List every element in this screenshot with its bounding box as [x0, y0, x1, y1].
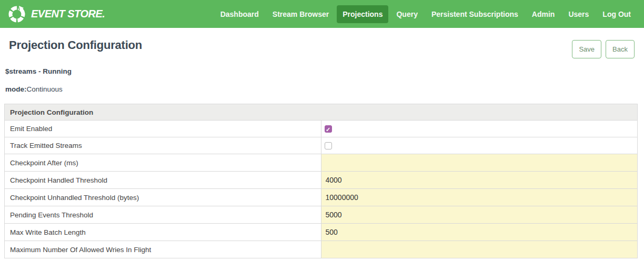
table-row: Checkpoint After (ms)	[5, 154, 638, 172]
config-table-body: Emit Enabled ✓ Track Emitted Streams Che…	[5, 121, 638, 258]
config-row-value	[321, 206, 638, 224]
nav-item-stream-browser[interactable]: Stream Browser	[267, 5, 335, 23]
checkpoint-after-ms-input[interactable]	[321, 154, 638, 171]
config-row-label: Checkpoint After (ms)	[5, 154, 321, 172]
config-row-value	[321, 224, 638, 241]
top-navbar: EVENT STORE. DashboardStream BrowserProj…	[0, 0, 644, 28]
config-row-label: Track Emitted Streams	[5, 137, 321, 154]
table-row: Maximum Number Of Allowed Wries In Fligh…	[5, 241, 638, 258]
config-row-label: Pending Events Threshold	[5, 206, 321, 224]
table-row: Checkpoint Handled Threshold	[5, 172, 638, 189]
config-row-label: Checkpoint Unhandled Threshold (bytes)	[5, 189, 321, 206]
projection-status: $streams - Running	[0, 58, 644, 75]
projection-mode: mode:Continuous	[0, 75, 644, 93]
config-row-label: Emit Enabled	[5, 121, 321, 137]
checkpoint-handled-threshold-input[interactable]	[321, 172, 638, 188]
header-actions: Save Back	[572, 40, 635, 58]
config-row-value: ✓	[321, 121, 638, 137]
mode-label: mode:	[5, 85, 27, 93]
config-row-value	[321, 154, 638, 172]
back-button[interactable]: Back	[606, 40, 635, 58]
nav-item-persistent-subscriptions[interactable]: Persistent Subscriptions	[426, 5, 524, 23]
config-row-value	[321, 137, 638, 154]
pending-events-threshold-input[interactable]	[321, 206, 638, 223]
config-row-value	[321, 172, 638, 189]
config-table-header: Projection Configuration	[5, 104, 638, 121]
nav-item-admin[interactable]: Admin	[526, 5, 561, 23]
config-row-label: Checkpoint Handled Threshold	[5, 172, 321, 189]
brand[interactable]: EVENT STORE.	[7, 5, 105, 24]
config-row-label: Maximum Number Of Allowed Wries In Fligh…	[5, 241, 321, 258]
nav-item-projections[interactable]: Projections	[337, 5, 388, 23]
projection-config-table: Projection Configuration Emit Enabled ✓ …	[4, 104, 638, 258]
config-row-value	[321, 241, 638, 258]
table-row: Max Write Batch Length	[5, 224, 638, 241]
table-row: Checkpoint Unhandled Threshold (bytes)	[5, 189, 638, 206]
config-row-value	[321, 189, 638, 206]
nav-menu: DashboardStream BrowserProjectionsQueryP…	[215, 5, 637, 23]
max-write-batch-length-input[interactable]	[321, 224, 638, 241]
brand-title: EVENT STORE.	[31, 8, 105, 20]
save-button[interactable]: Save	[572, 40, 601, 58]
emit-enabled-checkbox[interactable]: ✓	[325, 125, 332, 133]
page-title: Projection Configuration	[9, 38, 142, 52]
track-emitted-streams-checkbox[interactable]	[325, 142, 332, 149]
config-row-label: Max Write Batch Length	[5, 224, 321, 241]
table-row: Pending Events Threshold	[5, 206, 638, 224]
mode-value: Continuous	[27, 85, 63, 93]
maximum-number-of-allowed-wries-in-flight-input[interactable]	[321, 241, 638, 258]
nav-item-query[interactable]: Query	[390, 5, 423, 23]
table-row: Track Emitted Streams	[5, 137, 638, 154]
nav-item-users[interactable]: Users	[562, 5, 595, 23]
page-header: Projection Configuration Save Back	[0, 28, 644, 58]
event-store-logo-icon	[7, 5, 26, 24]
nav-item-log-out[interactable]: Log Out	[597, 5, 637, 23]
checkpoint-unhandled-threshold-bytes-input[interactable]	[321, 189, 638, 206]
checkmark-icon: ✓	[326, 126, 330, 133]
table-row: Emit Enabled ✓	[5, 121, 638, 137]
nav-item-dashboard[interactable]: Dashboard	[215, 5, 265, 23]
